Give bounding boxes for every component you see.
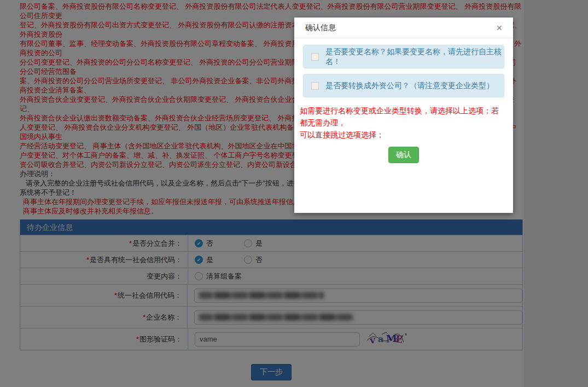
close-icon[interactable]: × (496, 23, 502, 33)
option-label: 是否要变更名称？如果要变更名称，请先进行自主核名！ (325, 47, 504, 67)
modal-notice-text: 如需要进行名称变更或企业类型转换，请选择以上选项；若都无需办理， 可以直接跳过选… (300, 105, 504, 141)
option-convert-foreign[interactable]: 是否要转换成外资公司？（请注意变更企业类型） (303, 74, 504, 97)
dialog-title: 确认信息 (305, 23, 336, 33)
checkbox-change-name[interactable] (311, 53, 319, 61)
option-change-name[interactable]: 是否要变更名称？如果要变更名称，请先进行自主核名！ (303, 45, 504, 68)
dialog-header: 确认信息 × (294, 18, 513, 38)
confirm-info-dialog: 确认信息 × 是否要变更名称？如果要变更名称，请先进行自主核名！ 是否要转换成外… (294, 18, 513, 213)
checkbox-convert-foreign[interactable] (311, 82, 319, 90)
modal-notice-line: 如需要进行名称变更或企业类型转换，请选择以上选项；若都无需办理， (300, 105, 504, 129)
confirm-button[interactable]: 确认 (388, 147, 419, 163)
option-label: 是否要转换成外资公司？（请注意变更企业类型） (325, 81, 494, 91)
modal-notice-line: 可以直接跳过选项选择； (300, 129, 504, 141)
